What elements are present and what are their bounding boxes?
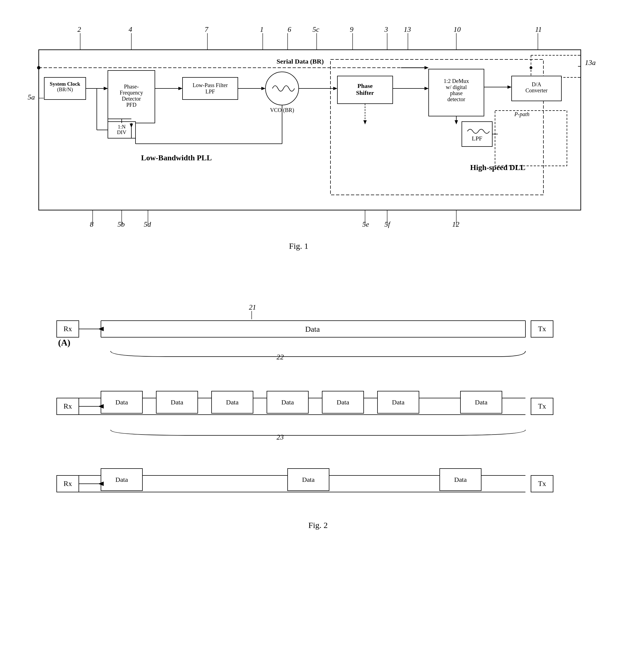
row-b-data-4: Data	[281, 399, 294, 406]
row-a-data-label: Data	[305, 325, 320, 333]
ref-4: 4	[129, 25, 132, 33]
ref-13: 13	[404, 25, 411, 33]
ref-2: 2	[77, 25, 81, 33]
demux-line2: w/ digital	[446, 84, 467, 90]
ref-11: 11	[535, 25, 542, 33]
ref-21: 21	[249, 303, 256, 311]
rx-a: Rx	[64, 325, 72, 333]
row-b-data-5: Data	[337, 399, 349, 406]
ppath-label: P-path	[514, 111, 529, 118]
ref-5b: 5b	[118, 220, 125, 228]
rx-c: Rx	[64, 480, 72, 488]
ref-12: 12	[452, 220, 459, 228]
ref-10: 10	[454, 25, 461, 33]
div-line2: DIV	[117, 129, 126, 135]
demux-line1: 1:2 DeMux	[444, 78, 469, 84]
demux-line3: phase	[450, 90, 463, 96]
phase-shifter-line1: Phase	[357, 82, 373, 89]
row-b-data-7: Data	[475, 399, 488, 406]
svg-marker-34	[424, 87, 429, 90]
row-c-data-1: Data	[115, 476, 128, 483]
row-b-data-1: Data	[115, 399, 128, 406]
svg-marker-28	[261, 87, 265, 90]
ref-5e: 5e	[362, 220, 369, 228]
tx-a: Tx	[538, 325, 546, 333]
ref-23: 23	[277, 433, 284, 441]
ref-13a: 13a	[585, 58, 596, 67]
svg-marker-31	[333, 87, 338, 90]
ref-7: 7	[205, 25, 209, 33]
row-b-data-6: Data	[392, 399, 404, 406]
ref-5d: 5d	[144, 220, 151, 228]
pfd-line3: Detector	[122, 96, 141, 102]
row-b-data-3: Data	[226, 399, 239, 406]
da-line1: D/A	[532, 81, 541, 87]
lpf2-label: LPF	[472, 135, 482, 142]
da-line2: Converter	[526, 87, 548, 93]
svg-marker-38	[507, 86, 512, 89]
pfd-line4: PFD	[126, 102, 137, 108]
ref-6: 6	[287, 25, 291, 33]
div-line1: 1:N	[118, 124, 126, 130]
svg-rect-41	[495, 111, 567, 166]
fig1-caption: Fig. 1	[289, 241, 308, 250]
svg-point-29	[265, 72, 299, 105]
lpf-line1: Low-Pass Filter	[192, 82, 228, 88]
ref-5a: 5a	[28, 93, 35, 101]
figure-1: Serial Data (BR) 13a System Clock (BR/N)…	[22, 17, 603, 265]
row-c-data-3: Data	[454, 476, 467, 483]
svg-marker-4	[424, 66, 429, 69]
row-c-data-2: Data	[302, 476, 315, 483]
ref-5f: 5f	[385, 220, 391, 228]
svg-marker-52	[455, 120, 458, 124]
row-a-label: (A)	[58, 337, 70, 347]
figure-2: (A) 21 Data Rx Tx 22 (B)	[55, 290, 581, 650]
svg-point-12	[530, 66, 532, 69]
svg-marker-50	[363, 120, 367, 124]
pfd-line2: Frequency	[120, 90, 143, 96]
ref-1: 1	[260, 25, 263, 33]
lpf-line2: LPF	[206, 89, 215, 95]
high-speed-dll-label: High-speed DLL	[470, 163, 526, 172]
ref-22: 22	[277, 353, 284, 361]
phase-shifter-line2: Shifter	[356, 89, 374, 96]
svg-rect-40	[462, 122, 492, 146]
svg-marker-23	[104, 87, 108, 90]
row-b-data-2: Data	[171, 399, 183, 406]
rx-b: Rx	[64, 402, 72, 410]
ref-9: 9	[350, 25, 353, 33]
low-bw-pll-label: Low-Bandwidth PLL	[141, 153, 212, 162]
serial-data-label: Serial Data (BR)	[277, 58, 324, 65]
system-clock-label: System Clock	[50, 81, 80, 87]
demux-line4: detector	[447, 96, 465, 102]
ref-8: 8	[90, 220, 93, 228]
svg-marker-25	[178, 87, 183, 90]
tx-c: Tx	[538, 480, 546, 488]
fig1-svg: Serial Data (BR) 13a System Clock (BR/N)…	[22, 17, 603, 265]
fig2-caption: Fig. 2	[308, 521, 328, 530]
svg-point-2	[37, 66, 40, 69]
ref-5c: 5c	[312, 25, 319, 33]
fig2-svg: (A) 21 Data Rx Tx 22 (B)	[55, 290, 581, 650]
tx-b: Tx	[538, 402, 546, 410]
pfd-line1: Phase-	[124, 83, 139, 90]
system-clock-sub: (BR/N)	[57, 87, 73, 93]
ref-3: 3	[384, 25, 388, 33]
